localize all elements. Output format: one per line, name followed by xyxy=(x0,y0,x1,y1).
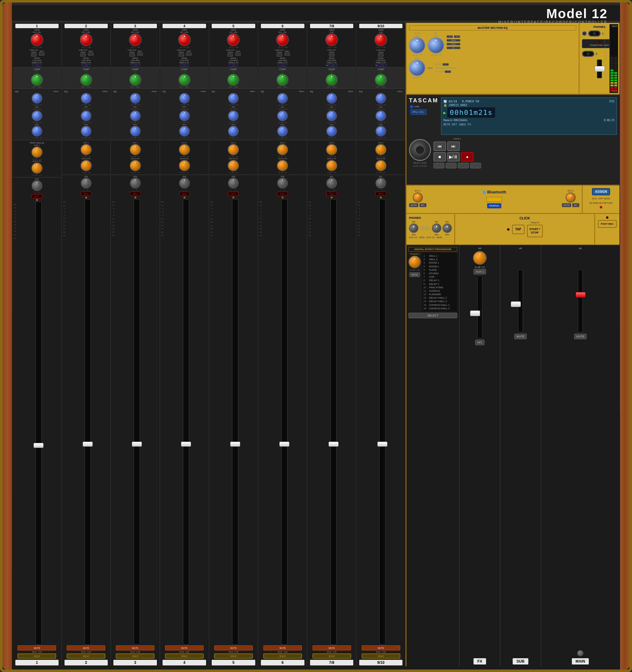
switch-100hz[interactable]: 100Hz xyxy=(447,43,460,45)
eq-high-knob-3[interactable] xyxy=(130,93,141,103)
comp-knob-4[interactable] xyxy=(179,74,190,86)
rec-btn-7[interactable]: REC xyxy=(326,192,337,196)
fx-afl-btn[interactable]: AFL xyxy=(475,340,485,345)
pan-knob-5[interactable] xyxy=(228,178,239,188)
bluetooth-aux1-knob[interactable] xyxy=(413,192,423,202)
eq-low-knob-9[interactable] xyxy=(375,126,386,137)
low-cut-4[interactable] xyxy=(179,53,184,57)
start-stop-btn[interactable]: START / STOP xyxy=(527,225,543,237)
pan-knob-9[interactable] xyxy=(375,178,386,188)
usb-switch-5[interactable]: USB xyxy=(229,64,238,67)
eq-mid-knob-3[interactable] xyxy=(130,111,141,121)
low-cut-9[interactable] xyxy=(378,53,384,57)
usb-switch-1[interactable]: USB xyxy=(32,64,41,67)
comp-knob-6[interactable] xyxy=(277,74,288,86)
eq-high-knob-6[interactable] xyxy=(277,93,288,103)
rec-btn-4[interactable]: REC xyxy=(179,192,190,196)
pan-knob-6[interactable] xyxy=(277,178,288,188)
solo-btn-5[interactable]: SOLO xyxy=(214,653,253,658)
low-cut-3[interactable] xyxy=(130,53,135,57)
rec-btn-3[interactable]: REC xyxy=(130,192,141,196)
solo-btn-1[interactable]: SOLO xyxy=(18,653,56,658)
inst-2[interactable] xyxy=(88,53,94,56)
pan-knob-1[interactable] xyxy=(32,180,42,191)
comp-knob-9[interactable] xyxy=(375,74,387,86)
eq-high-knob-9[interactable] xyxy=(375,93,386,103)
gain-knob-1[interactable] xyxy=(31,33,43,46)
eq-low-knob-5[interactable] xyxy=(228,126,239,137)
record-btn[interactable]: ● xyxy=(461,152,473,162)
eq-in-switch[interactable]: ↕ xyxy=(443,63,449,66)
fx-level-knob[interactable] xyxy=(473,251,487,265)
main-fader-3[interactable] xyxy=(132,442,142,447)
effect-item-4[interactable]: 4ROOM 2 xyxy=(423,265,456,268)
mute-btn-6[interactable]: MUTE xyxy=(263,645,302,650)
main-mute-btn[interactable]: MUTE xyxy=(574,334,587,339)
eq-high-knob-4[interactable] xyxy=(179,93,190,103)
eq-mid-knob-1[interactable] xyxy=(32,111,42,121)
eq-low-knob-6[interactable] xyxy=(277,126,288,137)
mute-btn-9[interactable]: MUTE xyxy=(362,645,400,650)
gain-knob-2[interactable] xyxy=(80,33,92,46)
effect-item-11[interactable]: 11CHORUS xyxy=(423,289,456,293)
solo-btn-6[interactable]: SOLO xyxy=(263,653,302,658)
aux2-knob-2[interactable] xyxy=(80,160,92,171)
effect-item-7[interactable]: 7LIVE xyxy=(423,275,456,279)
gain-knob-9[interactable] xyxy=(375,33,387,46)
fx-fader-handle[interactable] xyxy=(470,311,480,316)
eq-low-knob-7[interactable] xyxy=(326,126,337,137)
mute-btn-bt2[interactable]: MUTE xyxy=(562,203,571,207)
low-cut-2[interactable] xyxy=(80,53,86,57)
usb-switch-9[interactable]: USB xyxy=(378,64,387,67)
fx-mute-btn[interactable]: MUTE xyxy=(409,272,420,277)
pfl-afl-btn[interactable]: PFL/ AFL xyxy=(410,109,426,115)
rec-btn-2[interactable]: REC xyxy=(81,192,91,196)
effect-item-10[interactable]: 10PING PONG xyxy=(423,286,456,289)
mute-btn-4[interactable]: MUTE xyxy=(165,645,204,650)
effect-item-9[interactable]: 9DELAY 2 xyxy=(423,282,456,286)
bt-pairing-btn[interactable]: PAIRING xyxy=(487,203,501,209)
low-cut-5[interactable] xyxy=(227,53,233,57)
gain-knob-4[interactable] xyxy=(178,33,191,46)
eq-high-knob-1[interactable] xyxy=(32,93,42,103)
inst-4[interactable] xyxy=(186,53,192,56)
comp-knob-5[interactable] xyxy=(227,74,239,86)
phones-fader-handle[interactable] xyxy=(595,66,605,72)
eq-high-knob-2[interactable] xyxy=(81,93,91,103)
rec-btn-1[interactable]: REC xyxy=(32,194,42,198)
main-fader-2[interactable] xyxy=(83,442,93,447)
sub-fader-handle[interactable] xyxy=(511,302,521,307)
effect-item-8[interactable]: 8DELAY 1 xyxy=(423,279,456,282)
gain-knob-5[interactable] xyxy=(227,33,240,46)
jog-push-enter[interactable] xyxy=(415,145,425,154)
afl-btn-bt[interactable]: AFL xyxy=(419,203,426,207)
post-rec-btn[interactable]: POST REC xyxy=(598,220,617,228)
solo-btn-7[interactable]: SOLO xyxy=(312,653,351,658)
ffwd-btn[interactable]: ⏭ xyxy=(447,142,460,151)
phones-aux12-knob[interactable] xyxy=(443,223,452,233)
aux1-knob-9[interactable] xyxy=(375,144,387,155)
mute-btn-1[interactable]: MUTE xyxy=(18,645,56,650)
eq-mid-knob-7[interactable] xyxy=(326,111,337,121)
multi-jog-wheel[interactable] xyxy=(409,139,431,161)
aux1-knob-2[interactable] xyxy=(80,144,92,155)
low-cut-7[interactable] xyxy=(329,53,334,57)
usb-switch-3[interactable]: USB xyxy=(131,64,140,67)
usb-switch-7[interactable]: USB xyxy=(329,64,337,67)
gain-knob-6[interactable] xyxy=(276,33,289,46)
effect-item-3[interactable]: 3ROOM 1 xyxy=(423,261,456,264)
menu-btn-3[interactable]: ⬛ xyxy=(458,163,469,168)
effect-item-12[interactable]: 12FLANGER xyxy=(423,293,456,296)
main-fader-6[interactable] xyxy=(279,442,289,447)
inst-5[interactable] xyxy=(235,53,241,56)
eq-low-knob-3[interactable] xyxy=(130,126,141,137)
low-cut-1[interactable] xyxy=(31,53,37,57)
menu-btn-2[interactable]: ⬛ xyxy=(446,163,457,168)
aux2-knob-4[interactable] xyxy=(179,160,190,171)
rec-btn-9[interactable]: REC xyxy=(375,192,386,196)
effect-item-16[interactable]: 16CHORUS+HALL 2 xyxy=(423,307,456,310)
mute-btn-bt[interactable]: MUTE xyxy=(409,203,418,207)
switch-a[interactable]: A xyxy=(447,35,453,38)
usb-switch-2[interactable]: USB xyxy=(82,64,91,67)
eq-high-knob-7[interactable] xyxy=(326,93,337,103)
